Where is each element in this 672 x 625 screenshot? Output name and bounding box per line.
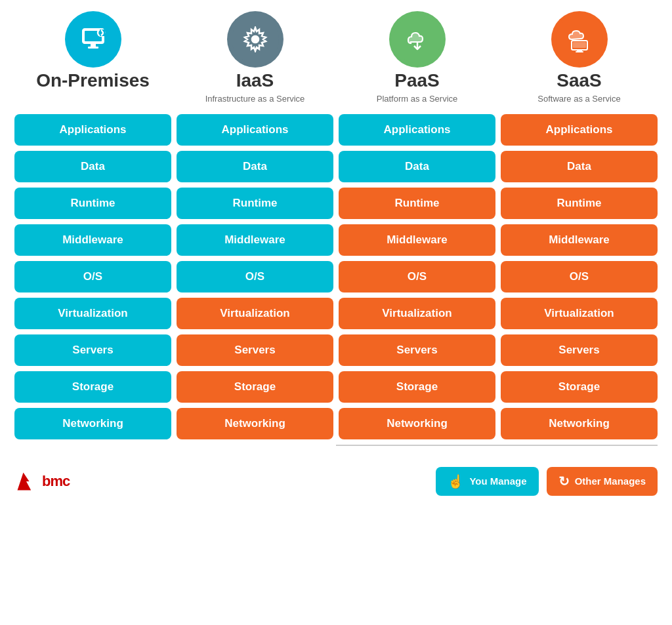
svg-rect-4 <box>88 47 98 49</box>
grid-cell-0-3: Applications <box>501 114 658 146</box>
grid-cell-4-0: O/S <box>14 261 171 292</box>
grid-cell-7-0: Storage <box>14 371 171 403</box>
iaas-subtitle: Infrastructure as a Service <box>205 94 305 104</box>
you-manage-label: You Manage <box>469 475 526 487</box>
saas-icon-circle <box>553 13 606 66</box>
iaas-icon-circle <box>229 13 282 66</box>
grid-cell-6-1: Servers <box>177 334 333 366</box>
cloud-download-icon <box>404 26 430 52</box>
monitor-icon <box>80 26 106 52</box>
on-premises-icon-circle <box>67 13 119 66</box>
grid-cell-8-3: Networking <box>501 408 658 439</box>
grid-cell-2-1: Runtime <box>177 188 333 219</box>
grid-cell-1-2: Data <box>339 151 495 182</box>
grid-cell-4-2: O/S <box>339 261 495 292</box>
header-row: On-Premises IaaS Infrastructure as a Ser… <box>14 13 658 104</box>
grid-cell-3-3: Middleware <box>501 224 658 256</box>
paas-subtitle: Platform as a Service <box>377 94 458 104</box>
grid-cell-6-3: Servers <box>501 334 658 366</box>
grid-cell-0-1: Applications <box>177 114 333 146</box>
grid-cell-5-1: Virtualization <box>177 298 333 329</box>
grid-cell-7-1: Storage <box>177 371 333 403</box>
grid-cell-8-2: Networking <box>339 408 495 439</box>
hand-icon: ☝ <box>448 474 464 489</box>
gear-icon <box>242 26 268 52</box>
header-on-premises: On-Premises <box>14 13 171 104</box>
paas-icon-circle <box>391 13 444 66</box>
grid-cell-4-3: O/S <box>501 261 658 292</box>
grid-cell-6-2: Servers <box>339 334 495 366</box>
grid-cell-3-2: Middleware <box>339 224 495 256</box>
grid-cell-1-1: Data <box>177 151 333 182</box>
grid-cell-5-0: Virtualization <box>14 298 171 329</box>
grid-cell-8-1: Networking <box>177 408 333 439</box>
svg-rect-3 <box>91 43 96 47</box>
grid-cell-7-2: Storage <box>339 371 495 403</box>
grid-cell-0-0: Applications <box>14 114 171 146</box>
other-manages-label: Other Manages <box>575 475 646 487</box>
divider-line <box>336 445 658 446</box>
grid-cell-4-1: O/S <box>177 261 333 292</box>
bmc-text: bmc <box>42 473 70 490</box>
header-iaas: IaaS Infrastructure as a Service <box>177 13 333 104</box>
grid-cell-5-2: Virtualization <box>339 298 495 329</box>
main-container: On-Premises IaaS Infrastructure as a Ser… <box>14 13 658 496</box>
header-paas: PaaS Platform as a Service <box>339 13 495 104</box>
saas-subtitle: Software as a Service <box>537 94 620 104</box>
grid-cell-7-3: Storage <box>501 371 658 403</box>
footer: bmc ☝ You Manage ↻ Other Manages <box>14 462 658 496</box>
bmc-logo: bmc <box>14 470 70 493</box>
cycle-icon: ↻ <box>558 474 570 489</box>
svg-rect-12 <box>577 50 582 51</box>
grid-cell-1-3: Data <box>501 151 658 182</box>
bmc-logo-icon <box>14 470 38 493</box>
cloud-monitor-icon <box>566 26 593 52</box>
grid-cell-2-3: Runtime <box>501 188 658 219</box>
grid-cell-8-0: Networking <box>14 408 171 439</box>
legend: ☝ You Manage ↻ Other Manages <box>436 467 658 496</box>
saas-title: SaaS <box>556 71 602 91</box>
svg-rect-11 <box>573 42 586 48</box>
divider-area <box>14 445 658 446</box>
comparison-grid: ApplicationsApplicationsApplicationsAppl… <box>14 114 658 439</box>
on-premises-title: On-Premises <box>36 71 150 91</box>
grid-cell-1-0: Data <box>14 151 171 182</box>
paas-title: PaaS <box>394 71 440 91</box>
grid-cell-6-0: Servers <box>14 334 171 366</box>
grid-cell-2-2: Runtime <box>339 188 495 219</box>
grid-cell-2-0: Runtime <box>14 188 171 219</box>
grid-cell-0-2: Applications <box>339 114 495 146</box>
you-manage-legend: ☝ You Manage <box>436 467 538 496</box>
other-manages-legend: ↻ Other Manages <box>547 467 658 496</box>
grid-cell-5-3: Virtualization <box>501 298 658 329</box>
grid-cell-3-0: Middleware <box>14 224 171 256</box>
header-saas: SaaS Software as a Service <box>501 13 658 104</box>
iaas-title: IaaS <box>236 71 274 91</box>
svg-rect-13 <box>576 51 583 52</box>
grid-cell-3-1: Middleware <box>177 224 333 256</box>
